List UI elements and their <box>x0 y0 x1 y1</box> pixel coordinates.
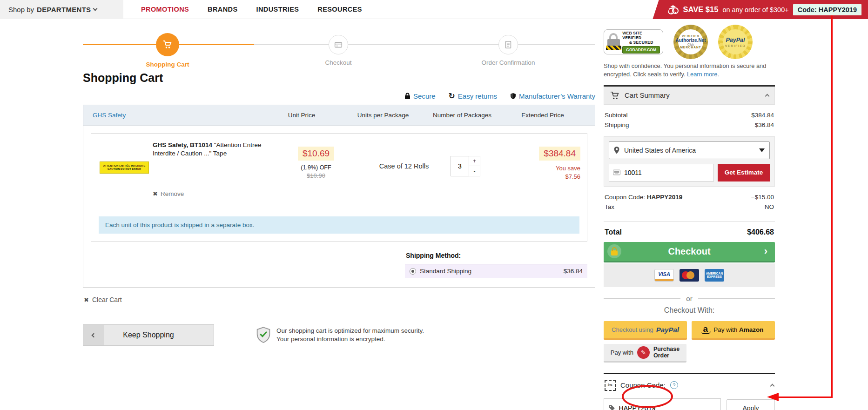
product-image[interactable]: ATTENTION ENTRÉE INTERDITE CAUTION DO NO… <box>100 161 149 174</box>
discount-label: (1.9%) OFF <box>276 164 356 171</box>
shipping-radio[interactable] <box>410 268 416 275</box>
bottom-row: Keep Shopping Our shopping cart is optim… <box>83 324 595 346</box>
refresh-icon: ↻ <box>449 92 455 100</box>
shop-by-departments-menu[interactable]: Shop by DEPARTMENTS <box>0 0 123 19</box>
cart-summary-header[interactable]: Cart Summary <box>604 87 775 105</box>
subtotal-label: Subtotal <box>605 112 628 119</box>
po-line2: Order <box>653 352 669 359</box>
cart-item-card: ATTENTION ENTRÉE INTERDITE CAUTION DO NO… <box>91 133 587 242</box>
top-navigation: Shop by DEPARTMENTS PROMOTIONS BRANDS IN… <box>0 0 868 19</box>
coupon-input[interactable] <box>619 404 716 410</box>
step-label: Checkout <box>310 59 366 66</box>
easy-returns-link[interactable]: ↻ Easy returns <box>449 92 497 100</box>
x-icon: ✖ <box>153 190 158 197</box>
quantity-stepper: + - <box>451 156 480 176</box>
purchase-order-button[interactable]: Pay with ✎ Purchase Order <box>604 344 686 363</box>
coupon-panel: ✂ Coupon Code: ? Apply <box>604 373 775 410</box>
shop-by-label: Shop by <box>8 6 34 13</box>
clear-cart-link[interactable]: ✖ Clear Cart <box>84 296 595 303</box>
shipping-method-section: Shipping Method: Standard Shipping $36.8… <box>405 249 587 278</box>
shipping-option-label: Standard Shipping <box>420 268 471 275</box>
help-icon[interactable]: ? <box>670 381 678 389</box>
divider <box>83 313 595 313</box>
amazon-logo-icon: a <box>703 325 708 332</box>
country-value: United States of America <box>624 147 696 154</box>
nav-item-industries[interactable]: INDUSTRIES <box>256 6 299 13</box>
amazon-button-brand: Amazon <box>739 326 764 333</box>
get-estimate-button[interactable]: Get Estimate <box>718 164 770 181</box>
authorize-ring-bottom: MERCHANT <box>680 46 701 49</box>
checkout-button[interactable]: Checkout › <box>604 242 775 262</box>
mastercard-icon <box>680 269 699 282</box>
confidence-sentence: Shop with confidence. You personal infor… <box>604 62 766 78</box>
godaddy-line1: WEB SITE VERIFIED <box>622 31 660 40</box>
security-note: Our shopping cart is optimized for maxim… <box>256 327 424 343</box>
brand-link[interactable]: GHS Safety <box>83 112 264 119</box>
tax-value: NO <box>765 203 774 210</box>
extended-price-value: $384.84 <box>539 147 580 161</box>
nav-item-promotions[interactable]: PROMOTIONS <box>141 6 189 13</box>
cart-summary-panel: Cart Summary Subtotal $384.84 Shipping $… <box>604 85 775 410</box>
product-title-link[interactable]: GHS Safety, BT1014 "Attention Entree Int… <box>153 141 278 158</box>
padlock-icon <box>607 244 621 258</box>
coupon-row: Apply <box>604 398 775 410</box>
quantity-decrease-button[interactable]: - <box>469 166 480 176</box>
purchase-order-icon: ✎ <box>637 346 650 359</box>
x-icon: ✖ <box>84 296 89 303</box>
keypad-icon <box>613 169 620 175</box>
unit-price-value: $10.69 <box>298 147 334 161</box>
learn-more-link[interactable]: Learn more <box>687 71 717 78</box>
zip-input[interactable] <box>624 169 710 176</box>
departments-label: DEPARTMENTS <box>37 6 91 13</box>
paypal-button-prefix: Checkout using <box>612 326 653 333</box>
clear-cart-label: Clear Cart <box>92 296 122 303</box>
country-select[interactable]: United States of America <box>609 141 770 159</box>
shield-icon <box>510 93 516 100</box>
column-unit-price: Unit Price <box>264 112 339 119</box>
summary-rows-2: Coupon Code: HAPPY2019 −$15.00 Tax NO <box>604 187 775 216</box>
paypal-checkout-button[interactable]: Checkout using PayPal <box>604 321 687 340</box>
coupon-field <box>604 398 721 410</box>
paypal-seal-name: PayPal <box>726 37 745 43</box>
lock-icon <box>404 93 410 100</box>
nav-item-brands[interactable]: BRANDS <box>208 6 237 13</box>
po-line1: Purchase <box>653 346 680 352</box>
easy-returns-label: Easy returns <box>458 92 497 100</box>
shopping-cart-page: Shop by DEPARTMENTS PROMOTIONS BRANDS IN… <box>0 0 868 410</box>
step-checkout: Checkout <box>310 24 366 66</box>
you-save-label: You save <box>501 164 580 173</box>
bells-icon <box>667 4 679 16</box>
nav-item-resources[interactable]: RESOURCES <box>317 6 362 13</box>
apply-coupon-button[interactable]: Apply <box>727 399 775 410</box>
quantity-increase-button[interactable]: + <box>469 156 480 166</box>
coupon-panel-header[interactable]: ✂ Coupon Code: ? <box>604 374 775 397</box>
step-label: Shopping Cart <box>140 61 195 68</box>
location-pin-icon <box>614 147 619 154</box>
accepted-cards: VISA AMERICAN EXPRESS <box>604 263 775 287</box>
step-label: Order Confirmation <box>466 59 550 66</box>
checkout-progress-steps: Shopping Cart Checkout <box>83 24 595 68</box>
shipping-note: Each unit of this product is shipped in … <box>99 216 579 234</box>
keep-shopping-button[interactable]: Keep Shopping <box>83 324 214 346</box>
warranty-link[interactable]: Manufacturer’s Warranty <box>510 92 595 100</box>
total-label: Total <box>605 228 622 236</box>
quantity-input[interactable] <box>451 156 469 176</box>
step-shopping-cart[interactable]: Shopping Cart <box>140 24 195 68</box>
secure-link[interactable]: Secure <box>404 92 436 100</box>
paypal-verified-seal[interactable]: PayPal VERIFIED <box>718 25 753 59</box>
old-price: $10.90 <box>276 172 356 179</box>
receipt-icon <box>503 40 513 50</box>
po-button-prefix: Pay with <box>611 349 633 356</box>
main-content: Shopping Cart Checkout <box>83 19 595 346</box>
godaddy-badge: GODADDY.COM <box>622 46 660 54</box>
coupon-scissors-icon: ✂ <box>605 380 616 391</box>
chevron-up-icon <box>765 94 770 99</box>
godaddy-seal[interactable]: WEB SITE VERIFIED & SECURED GODADDY.COM <box>604 29 663 54</box>
authorize-net-seal[interactable]: VERIFIED Authorize.Net Click MERCHANT <box>673 25 708 59</box>
visa-icon: VISA <box>654 269 674 282</box>
amazon-pay-button[interactable]: a Pay with Amazon <box>692 321 775 340</box>
remove-item-link[interactable]: ✖ Remove <box>153 190 184 197</box>
amex-icon: AMERICAN EXPRESS <box>705 269 724 282</box>
column-extended-price: Extended Price <box>497 112 595 119</box>
coupon-applied-value: −$15.00 <box>751 194 774 201</box>
